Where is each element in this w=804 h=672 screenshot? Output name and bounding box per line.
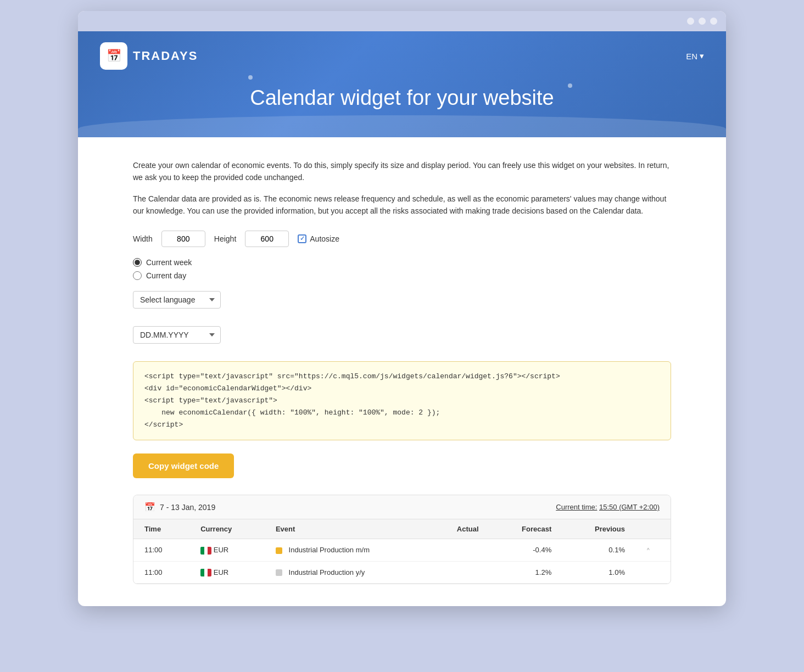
col-currency: Currency <box>189 519 265 539</box>
description-2: The Calendar data are provided as is. Th… <box>133 193 671 217</box>
widget-current-time: Current time: 15:50 (GMT +2:00) <box>556 503 660 511</box>
flag-italy-icon <box>200 547 211 555</box>
table-row: 11:00 EUR Industrial Production y/y 1.2%… <box>133 561 671 584</box>
col-previous: Previous <box>562 519 636 539</box>
width-input[interactable] <box>161 231 205 247</box>
main-window: 📅 TRADAYS EN ▾ Calendar widget for your … <box>78 11 726 606</box>
row1-currency-code: EUR <box>214 546 228 554</box>
row1-time: 11:00 <box>133 539 189 562</box>
widget-date-range: 📅 7 - 13 Jan, 2019 <box>144 502 215 512</box>
row2-event-name: Industrial Production y/y <box>289 568 365 576</box>
code-box: <script type="text/javascript" src="http… <box>133 361 671 440</box>
radio-current-day[interactable] <box>133 271 142 280</box>
titlebar-dot-3 <box>710 18 717 25</box>
col-event: Event <box>265 519 428 539</box>
importance-low-icon <box>276 569 282 576</box>
table-row: 11:00 EUR Industrial Production m/m -0.4… <box>133 539 671 562</box>
header-top: 📅 TRADAYS EN ▾ <box>100 31 704 70</box>
titlebar-dot-1 <box>687 18 694 25</box>
height-input[interactable] <box>245 231 289 247</box>
importance-medium-icon <box>276 547 282 554</box>
col-forecast: Forecast <box>490 519 563 539</box>
date-format-select[interactable]: DD.MM.YYYY MM/DD/YYYY YYYY-MM-DD <box>133 326 221 344</box>
row1-actual <box>428 539 489 562</box>
width-label: Width <box>133 234 153 243</box>
row1-scroll: ^ <box>636 539 671 562</box>
widget-date-text: 7 - 13 Jan, 2019 <box>160 503 215 512</box>
titlebar-dot-2 <box>699 18 706 25</box>
row1-previous: 0.1% <box>562 539 636 562</box>
autosize-label-text: Autosize <box>310 234 339 243</box>
page-title: Calendar widget for your website <box>100 70 704 137</box>
widget-time-label: Current time: <box>556 503 597 511</box>
period-radio-group: Current week Current day <box>133 258 671 280</box>
col-actual: Actual <box>428 519 489 539</box>
dimensions-row: Width Height ✓ Autosize <box>133 231 671 247</box>
logo-icon: 📅 <box>100 42 127 70</box>
events-table: Time Currency Event Actual Forecast Prev… <box>133 519 671 584</box>
row1-event: Industrial Production m/m <box>265 539 428 562</box>
radio-current-week[interactable] <box>133 258 142 267</box>
language-select-row: Select language English German French Sp… <box>133 291 671 317</box>
scroll-icon: ^ <box>647 547 650 553</box>
widget-header: 📅 7 - 13 Jan, 2019 Current time: 15:50 (… <box>133 495 671 519</box>
language-selector[interactable]: EN ▾ <box>686 51 704 61</box>
header: 📅 TRADAYS EN ▾ Calendar widget for your … <box>78 31 726 137</box>
widget-code: <script type="text/javascript" src="http… <box>144 371 660 431</box>
table-header-row: Time Currency Event Actual Forecast Prev… <box>133 519 671 539</box>
autosize-checkbox-label[interactable]: ✓ Autosize <box>298 234 339 243</box>
copy-widget-code-button[interactable]: Copy widget code <box>133 453 234 478</box>
logo: 📅 TRADAYS <box>100 42 198 70</box>
radio-week-text: Current week <box>146 258 192 267</box>
widget-time-value: 15:50 (GMT +2:00) <box>599 503 660 511</box>
height-label: Height <box>214 234 236 243</box>
widget-calendar-icon: 📅 <box>144 502 155 512</box>
radio-current-day-label[interactable]: Current day <box>133 271 671 280</box>
row2-event: Industrial Production y/y <box>265 561 428 584</box>
table-body: 11:00 EUR Industrial Production m/m -0.4… <box>133 539 671 584</box>
row1-currency: EUR <box>189 539 265 562</box>
col-scroll <box>636 519 671 539</box>
main-content: Create your own calendar of economic eve… <box>78 137 726 606</box>
row2-actual <box>428 561 489 584</box>
flag-italy-2-icon <box>200 569 211 576</box>
widget-time-value-underlined: 15:50 (GMT +2:00) <box>599 503 660 511</box>
col-time: Time <box>133 519 189 539</box>
widget-preview: 📅 7 - 13 Jan, 2019 Current time: 15:50 (… <box>133 495 671 584</box>
row2-currency-code: EUR <box>214 568 228 576</box>
lang-chevron-icon: ▾ <box>700 51 704 61</box>
radio-day-text: Current day <box>146 271 186 280</box>
description-1: Create your own calendar of economic eve… <box>133 159 671 184</box>
titlebar <box>78 11 726 31</box>
row2-forecast: 1.2% <box>490 561 563 584</box>
row2-time: 11:00 <box>133 561 189 584</box>
logo-text: TRADAYS <box>133 49 198 63</box>
date-format-select-row: DD.MM.YYYY MM/DD/YYYY YYYY-MM-DD <box>133 326 671 352</box>
table-header: Time Currency Event Actual Forecast Prev… <box>133 519 671 539</box>
lang-label: EN <box>686 52 697 61</box>
row2-currency: EUR <box>189 561 265 584</box>
language-select[interactable]: Select language English German French Sp… <box>133 291 221 309</box>
autosize-checkbox-icon: ✓ <box>298 234 306 243</box>
row1-forecast: -0.4% <box>490 539 563 562</box>
calendar-icon: 📅 <box>107 49 121 63</box>
radio-current-week-label[interactable]: Current week <box>133 258 671 267</box>
row1-event-name: Industrial Production m/m <box>289 546 370 554</box>
row2-previous: 1.0% <box>562 561 636 584</box>
row2-scroll <box>636 561 671 584</box>
